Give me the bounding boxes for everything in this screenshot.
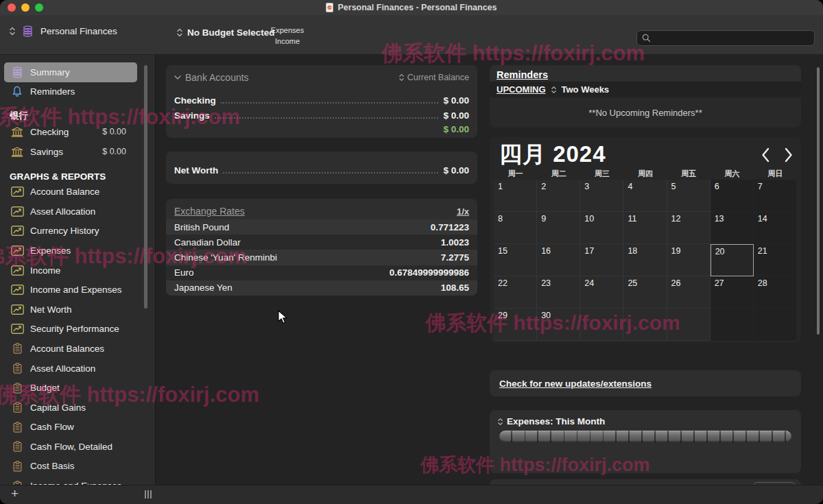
sidebar-item-savings[interactable]: Savings $ 0.00 — [4, 142, 137, 162]
exchange-rates-title[interactable]: Exchange Rates — [174, 206, 245, 217]
currency-rate-value: 0.771223 — [431, 222, 469, 232]
range-selector[interactable]: Two Weeks — [562, 84, 610, 95]
sidebar-item-security-performance[interactable]: Security Performance — [4, 320, 137, 339]
calendar-day-cell[interactable]: 9 — [537, 212, 580, 244]
sidebar-item-currency-history[interactable]: Currency History — [4, 221, 137, 241]
sidebar-item-checking[interactable]: Checking $ 0.00 — [4, 122, 137, 142]
calendar-day-cell[interactable]: 29 — [494, 309, 537, 341]
account-row-savings[interactable]: Savings $ 0.00 — [174, 106, 469, 121]
sidebar-item-cash-flow-detailed-report[interactable]: Cash Flow, Detailed — [4, 437, 137, 457]
minimize-button[interactable] — [21, 3, 29, 12]
sidebar-item-capital-gains-report[interactable]: Capital Gains — [4, 398, 137, 418]
check-updates-link[interactable]: Check for new updates/extensions — [499, 379, 652, 389]
sidebar-item-cost-basis-report[interactable]: Cost Basis — [4, 457, 137, 477]
sidebar-item-net-worth[interactable]: Net Worth — [4, 300, 137, 320]
calendar-day-cell[interactable]: 10 — [580, 212, 623, 244]
calendar-day-cell[interactable] — [580, 309, 623, 341]
calendar-day-cell[interactable]: 3 — [580, 180, 623, 212]
calendar-day-cell[interactable] — [667, 309, 711, 341]
calendar-day-cell[interactable]: 24 — [580, 276, 623, 309]
calendar-day-cell[interactable]: 16 — [537, 244, 580, 276]
calendar-day-cell[interactable]: 12 — [667, 212, 711, 244]
upcoming-label[interactable]: UPCOMING — [497, 84, 546, 95]
chart-icon — [10, 285, 25, 295]
calendar-day-cell[interactable]: 25 — [623, 276, 667, 309]
sidebar-item-income-and-expenses[interactable]: Income and Expenses — [4, 280, 137, 300]
expenses-widget-selector[interactable]: Expenses: This Month — [498, 416, 605, 427]
calendar-day-cell[interactable]: 27 — [711, 276, 754, 309]
calendar-next-button[interactable] — [780, 145, 797, 165]
search-input[interactable] — [654, 33, 809, 44]
sidebar-resize-handle[interactable] — [145, 490, 152, 499]
sidebar-item-income[interactable]: Income — [4, 261, 137, 280]
toolbar-income-item[interactable]: Income — [269, 36, 306, 47]
calendar-day-cell[interactable]: 21 — [754, 244, 797, 276]
calendar-day-cell[interactable]: 14 — [754, 212, 797, 244]
calendar-day-number: 3 — [580, 180, 623, 191]
calendar-day-cell[interactable]: 6 — [711, 180, 754, 212]
calendar-day-cell[interactable]: 4 — [623, 180, 667, 212]
exchange-rate-row[interactable]: Euro 0.67849999999986 — [166, 265, 477, 280]
calendar-day-cell[interactable]: 5 — [667, 180, 711, 212]
calendar-day-cell[interactable]: 22 — [494, 276, 537, 309]
sidebar-item-budget-report[interactable]: Budget — [4, 378, 137, 398]
calendar-day-cell[interactable]: 11 — [623, 212, 667, 244]
calendar-prev-button[interactable] — [757, 145, 774, 165]
calendar-day-cell[interactable] — [623, 309, 667, 341]
sidebar-item-label: Asset Allocation — [30, 363, 95, 374]
reminders-title[interactable]: Reminders — [490, 65, 801, 82]
sidebar-item-account-balance[interactable]: Account Balance — [4, 182, 137, 202]
account-value: $ 0.00 — [443, 95, 469, 106]
no-reminders-message: **No Upcoming Reminders** — [490, 97, 801, 128]
calendar-day-cell[interactable]: 13 — [711, 212, 754, 244]
exchange-rate-row[interactable]: Chinese 'Yuan' Renminbi 7.2775 — [166, 250, 477, 265]
updown-chevrons-icon — [177, 28, 182, 37]
calendar-day-cell[interactable]: 18 — [623, 244, 667, 276]
calendar-weekday-label: 周一 — [494, 169, 537, 179]
calendar-day-number: 2 — [537, 180, 580, 191]
exchange-rate-row[interactable]: Canadian Dollar 1.0023 — [166, 235, 477, 250]
calendar-day-cell[interactable]: 20 — [711, 244, 754, 276]
exchange-rate-row[interactable]: British Pound 0.771223 — [166, 219, 477, 235]
calendar-day-cell[interactable]: 26 — [667, 276, 711, 309]
search-field[interactable] — [636, 30, 815, 46]
calendar-day-cell[interactable]: 17 — [580, 244, 623, 276]
right-panel: Reminders UPCOMING Two Weeks **No Upcomi… — [481, 55, 823, 485]
sidebar-item-cash-flow-report[interactable]: Cash Flow — [4, 418, 137, 437]
toolbar-expenses-item[interactable]: Expenses — [269, 25, 306, 36]
sidebar-report-items: Account Balances Asset Allocation Budget… — [0, 339, 155, 485]
sidebar-scrollbar[interactable] — [144, 65, 147, 309]
calendar-day-cell[interactable]: 2 — [537, 180, 580, 212]
add-account-button[interactable]: + — [11, 486, 19, 501]
calendar-day-cell[interactable]: 28 — [754, 276, 797, 309]
exchange-rate-row[interactable]: Japanese Yen 108.65 — [166, 280, 477, 296]
file-selector-popup[interactable]: Personal Finances — [10, 25, 117, 37]
sidebar-item-account-balances-report[interactable]: Account Balances — [4, 339, 137, 359]
sidebar-item-reminders[interactable]: Reminders — [4, 82, 137, 102]
calendar-day-cell[interactable]: 1 — [494, 180, 537, 212]
inverse-rate-toggle[interactable]: 1/x — [457, 206, 469, 217]
sidebar-item-income-and-expenses-report[interactable]: Income and Expenses — [4, 476, 137, 485]
account-row-checking[interactable]: Checking $ 0.00 — [174, 91, 469, 106]
sort-selector[interactable]: Current Balance — [399, 73, 469, 82]
calendar-day-cell[interactable]: 8 — [494, 212, 537, 244]
sidebar-item-label: Expenses — [30, 245, 71, 256]
calendar-day-cell[interactable]: 30 — [537, 309, 580, 341]
sidebar-item-asset-allocation-report[interactable]: Asset Allocation — [4, 359, 137, 379]
chart-icon — [10, 304, 25, 315]
calendar-day-cell[interactable]: 23 — [537, 276, 580, 309]
close-button[interactable] — [8, 3, 16, 12]
bank-accounts-title[interactable]: Bank Accounts — [185, 72, 249, 83]
net-worth-row[interactable]: Net Worth $ 0.00 — [174, 160, 469, 176]
calendar-day-cell[interactable] — [754, 309, 797, 341]
sidebar-item-expenses[interactable]: Expenses — [4, 241, 137, 261]
calendar-day-cell[interactable]: 7 — [754, 180, 797, 212]
zoom-button[interactable] — [35, 3, 43, 12]
calendar-day-cell[interactable] — [711, 309, 754, 341]
sidebar-item-asset-allocation[interactable]: Asset Allocation — [4, 202, 137, 221]
calendar-day-cell[interactable]: 19 — [667, 244, 711, 276]
sidebar-item-summary[interactable]: Summary — [4, 62, 137, 82]
calendar-day-cell[interactable]: 15 — [494, 244, 537, 276]
budget-selector-popup[interactable]: No Budget Selected — [177, 27, 275, 38]
panel-scrollbar[interactable] — [817, 67, 820, 335]
